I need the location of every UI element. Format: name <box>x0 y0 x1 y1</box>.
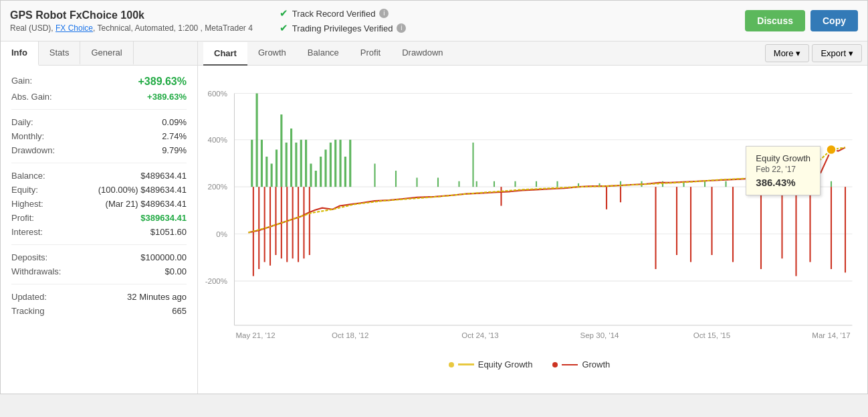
info-icon-1[interactable]: i <box>379 9 389 18</box>
chart-tab-balance[interactable]: Balance <box>297 41 350 65</box>
chart-tooltip: Equity Growth Feb 22, '17 386.43% <box>746 146 821 195</box>
equity-row: Equity: (100.00%) $489634.41 <box>11 183 187 197</box>
trading-privileges-verified: ✔ Trading Privileges Verified i <box>280 22 407 34</box>
updated-row: Updated: 32 Minutes ago <box>11 290 187 304</box>
abs-gain-value: +389.63% <box>147 92 187 102</box>
x-label-2: Oct 18, '12 <box>332 331 368 339</box>
chart-tab-drawdown[interactable]: Drawdown <box>391 41 453 65</box>
profit-row: Profit: $389634.41 <box>11 211 187 225</box>
page-header: GPS Robot FxChoice 100k Real (USD), FX C… <box>1 1 867 41</box>
tab-stats[interactable]: Stats <box>39 41 81 65</box>
copy-button[interactable]: Copy <box>810 10 858 31</box>
export-button[interactable]: Export ▾ <box>812 44 862 62</box>
withdrawals-label: Withdrawals: <box>11 266 61 276</box>
deposits-value: $100000.00 <box>140 252 187 262</box>
updated-value: 32 Minutes ago <box>127 292 187 302</box>
growth-line-swatch <box>562 364 578 365</box>
tab-info[interactable]: Info <box>1 41 39 66</box>
chevron-down-icon: ▾ <box>796 48 800 58</box>
x-label-5: Oct 15, '15 <box>693 331 730 339</box>
deposits-row: Deposits: $100000.00 <box>11 250 187 264</box>
drawdown-label: Drawdown: <box>11 145 55 155</box>
chart-tab-growth[interactable]: Growth <box>247 41 297 65</box>
red-bars <box>253 187 845 276</box>
main-layout: Info Stats General Gain: +389.63% Abs. G… <box>1 41 867 394</box>
profit-label: Profit: <box>11 213 34 223</box>
divider-1 <box>11 109 187 110</box>
chart-legend: Equity Growth Growth <box>198 359 861 369</box>
fx-choice-link[interactable]: FX Choice <box>56 23 93 33</box>
info-panel: Gain: +389.63% Abs. Gain: +389.63% Daily… <box>1 66 197 326</box>
equity-growth-line-swatch <box>458 363 474 365</box>
chart-tab-chart[interactable]: Chart <box>203 42 247 66</box>
x-label-3: Oct 24, '13 <box>461 331 498 339</box>
interest-row: Interest: $1051.60 <box>11 225 187 239</box>
deposits-label: Deposits: <box>11 252 47 262</box>
x-label-4: Sep 30, '14 <box>580 331 620 339</box>
equity-growth-dot <box>449 362 454 367</box>
abs-gain-row: Abs. Gain: +389.63% <box>11 90 187 104</box>
withdrawals-row: Withdrawals: $0.00 <box>11 264 187 278</box>
gain-row: Gain: +389.63% <box>11 74 187 90</box>
chart-tab-bar: Chart Growth Balance Profit Drawdown Mor… <box>198 41 867 66</box>
monthly-row: Monthly: 2.74% <box>11 129 187 143</box>
track-record-verified: ✔ Track Record Verified i <box>280 7 407 19</box>
gain-value: +389.63% <box>138 76 187 88</box>
legend-growth-label: Growth <box>582 359 610 369</box>
equity-label: Equity: <box>11 185 38 195</box>
withdrawals-value: $0.00 <box>165 266 187 276</box>
page-title: GPS Robot FxChoice 100k <box>10 9 253 21</box>
legend-equity-growth: Equity Growth <box>449 359 533 369</box>
x-label-6: Mar 14, '17 <box>812 331 850 339</box>
legend-equity-growth-label: Equity Growth <box>478 359 533 369</box>
check-icon-1: ✔ <box>280 7 288 19</box>
discuss-button[interactable]: Discuss <box>745 10 805 31</box>
updated-label: Updated: <box>11 292 47 302</box>
tooltip-title: Equity Growth <box>756 153 810 163</box>
tab-general[interactable]: General <box>80 41 133 65</box>
y-label-600: 600% <box>208 90 228 98</box>
verified-badges: ✔ Track Record Verified i ✔ Trading Priv… <box>280 7 407 34</box>
profit-value: $389634.41 <box>140 213 187 223</box>
chart-svg: 600% 400% 200% 0% -200% May 21, '12 Oct … <box>198 72 861 353</box>
interest-value: $1051.60 <box>150 227 187 237</box>
divider-2 <box>11 163 187 163</box>
divider-3 <box>11 244 187 245</box>
y-label-200: 200% <box>208 183 228 191</box>
highest-value: (Mar 21) $489634.41 <box>106 199 187 209</box>
monthly-label: Monthly: <box>11 131 44 141</box>
check-icon-2: ✔ <box>280 22 288 34</box>
balance-label: Balance: <box>11 171 45 181</box>
page-subtitle: Real (USD), FX Choice, Technical, Automa… <box>10 23 253 33</box>
drawdown-row: Drawdown: 9.79% <box>11 143 187 157</box>
growth-dot <box>552 362 558 367</box>
chart-tab-profit[interactable]: Profit <box>350 41 391 65</box>
abs-gain-label: Abs. Gain: <box>11 92 52 102</box>
highest-label: Highest: <box>11 199 43 209</box>
info-icon-2[interactable]: i <box>397 23 406 33</box>
tooltip-date: Feb 22, '17 <box>756 165 810 174</box>
interest-label: Interest: <box>11 227 43 237</box>
more-button[interactable]: More ▾ <box>765 44 810 62</box>
tracking-row: Tracking 665 <box>11 304 187 318</box>
tracking-value: 665 <box>172 306 187 316</box>
left-tab-bar: Info Stats General <box>1 41 197 66</box>
y-label-neg200: -200% <box>205 277 227 285</box>
balance-value: $489634.41 <box>140 171 187 181</box>
highest-row: Highest: (Mar 21) $489634.41 <box>11 197 187 211</box>
divider-4 <box>11 284 187 284</box>
header-buttons: Discuss Copy <box>745 10 858 31</box>
balance-row: Balance: $489634.41 <box>11 169 187 183</box>
chart-area: 600% 400% 200% 0% -200% May 21, '12 Oct … <box>198 66 867 394</box>
daily-value: 0.09% <box>162 117 187 127</box>
legend-growth: Growth <box>552 359 610 369</box>
y-label-0: 0% <box>216 230 227 238</box>
x-label-1: May 21, '12 <box>235 331 275 339</box>
tooltip-value: 386.43% <box>756 177 810 188</box>
gain-label: Gain: <box>11 76 32 88</box>
chevron-down-icon-2: ▾ <box>849 48 853 58</box>
tooltip-dot <box>827 145 837 155</box>
tracking-label: Tracking <box>11 306 44 316</box>
left-panel: Info Stats General Gain: +389.63% Abs. G… <box>1 41 198 394</box>
chart-tab-right: More ▾ Export ▾ <box>765 44 862 62</box>
